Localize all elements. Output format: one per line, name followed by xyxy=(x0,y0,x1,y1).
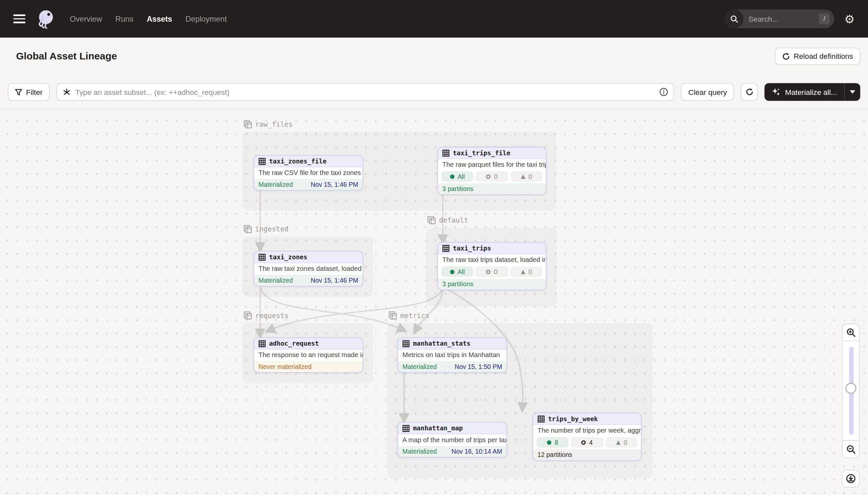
search-placeholder: Search... xyxy=(744,15,819,23)
asset-node-header: trips_by_week xyxy=(533,413,641,425)
zoom-in-button[interactable] xyxy=(842,324,860,341)
asset-node-taxi-zones-file[interactable]: taxi_zones_file The raw CSV file for the… xyxy=(253,155,363,191)
materialize-dropdown-button[interactable] xyxy=(845,83,860,101)
nav-item-assets[interactable]: Assets xyxy=(147,14,172,23)
asset-description: A map of the number of trips per taxi z.… xyxy=(398,434,507,446)
hamburger-menu-icon[interactable] xyxy=(14,14,25,23)
status-label: Materialized xyxy=(259,277,293,284)
asset-group-icon xyxy=(244,120,252,129)
asset-status-bar: 3 partitions xyxy=(438,184,546,195)
download-icon xyxy=(846,474,856,483)
dagster-logo-icon[interactable] xyxy=(35,9,55,29)
asset-status-bar: Materialized Nov 15, 1:50 PM xyxy=(398,361,507,372)
asset-node-taxi-trips-file[interactable]: taxi_trips_file The raw parquet files fo… xyxy=(437,147,546,195)
missing-ring-icon xyxy=(486,270,491,274)
asset-description: The raw taxi trips dataset, loaded into … xyxy=(438,254,546,266)
reload-definitions-button[interactable]: Reload definitions xyxy=(775,48,860,65)
clear-query-button[interactable]: Clear query xyxy=(681,83,734,101)
missing-partitions-badge[interactable]: 4 xyxy=(571,437,603,447)
asset-graph-query-icon xyxy=(63,88,71,96)
search-input[interactable]: Search... / xyxy=(725,10,834,28)
nav-right: Search... / ⚙ xyxy=(725,10,854,28)
dagster-app: Overview Runs Assets Deployment Search..… xyxy=(0,0,868,495)
materialization-timestamp[interactable]: Nov 15, 1:46 PM xyxy=(311,181,358,188)
failed-triangle-icon xyxy=(616,440,621,445)
asset-node-taxi-trips[interactable]: taxi_trips The raw taxi trips dataset, l… xyxy=(437,242,546,290)
failed-partitions-badge[interactable]: 0 xyxy=(510,267,542,277)
failed-partitions-badge[interactable]: 0 xyxy=(606,437,638,447)
search-shortcut-badge: / xyxy=(819,14,830,24)
zoom-slider-handle[interactable] xyxy=(845,383,856,394)
materialized-partitions-badge[interactable]: All xyxy=(441,171,473,182)
table-icon xyxy=(442,149,449,157)
partitions-count: 3 partitions xyxy=(442,281,473,288)
group-label-metrics[interactable]: metrics xyxy=(389,311,429,319)
asset-status-bar: 3 partitions xyxy=(438,279,546,290)
nav-item-overview[interactable]: Overview xyxy=(70,14,102,23)
refresh-button[interactable] xyxy=(741,83,758,101)
materialization-timestamp[interactable]: Nov 15, 1:46 PM xyxy=(311,277,358,284)
status-label: Materialized xyxy=(403,363,437,370)
materialize-all-button[interactable]: Materialize all... xyxy=(765,83,844,101)
missing-partitions-badge[interactable]: 0 xyxy=(476,267,508,277)
asset-node-trips-by-week[interactable]: trips_by_week The number of trips per we… xyxy=(532,413,641,461)
asset-status-bar: 12 partitions xyxy=(533,449,641,461)
table-icon xyxy=(442,244,449,252)
missing-ring-icon xyxy=(486,174,491,179)
asset-node-header: taxi_trips xyxy=(438,243,546,254)
materialization-timestamp[interactable]: Nov 15, 1:50 PM xyxy=(455,363,502,370)
lineage-toolbar: Filter Clear query Material xyxy=(0,75,868,109)
asset-query-input[interactable] xyxy=(75,88,655,96)
asset-node-manhattan-map[interactable]: manhattan_map A map of the number of tri… xyxy=(397,422,507,458)
top-nav: Overview Runs Assets Deployment Search..… xyxy=(0,0,868,38)
asset-node-header: taxi_zones_file xyxy=(254,156,363,167)
nav-item-runs[interactable]: Runs xyxy=(116,14,134,23)
asset-node-header: manhattan_map xyxy=(398,423,507,434)
page-title: Global Asset Lineage xyxy=(16,51,117,62)
download-image-button[interactable] xyxy=(842,470,860,488)
filter-button[interactable]: Filter xyxy=(8,83,50,101)
asset-node-taxi-zones[interactable]: taxi_zones The raw taxi zones dataset, l… xyxy=(253,251,363,286)
group-label-requests[interactable]: requests xyxy=(244,311,289,319)
zoom-controls xyxy=(842,324,860,488)
materialized-partitions-badge[interactable]: All xyxy=(441,267,473,277)
zoom-out-button[interactable] xyxy=(842,441,860,458)
partition-health-badges: All 0 0 xyxy=(438,171,546,184)
zoom-slider xyxy=(842,341,860,441)
asset-description: Metrics on taxi trips in Manhattan xyxy=(398,349,507,361)
materialization-timestamp[interactable]: Nov 16, 10:14 AM xyxy=(451,448,502,455)
zoom-in-icon xyxy=(846,328,855,337)
asset-node-header: manhattan_stats xyxy=(398,338,507,349)
table-icon xyxy=(259,340,266,347)
asset-group-icon xyxy=(389,311,397,319)
missing-partitions-badge[interactable]: 0 xyxy=(476,171,508,182)
nav-item-deployment[interactable]: Deployment xyxy=(185,14,227,23)
asset-description: The raw CSV file for the taxi zones dat.… xyxy=(254,167,363,179)
table-icon xyxy=(403,424,410,432)
failed-partitions-badge[interactable]: 0 xyxy=(510,171,542,182)
group-label-raw-files[interactable]: raw_files xyxy=(244,120,293,129)
gear-icon[interactable]: ⚙ xyxy=(844,13,855,24)
materialized-partitions-badge[interactable]: 8 xyxy=(536,437,568,447)
refresh-icon xyxy=(746,88,754,96)
partitions-count: 3 partitions xyxy=(442,186,473,192)
asset-description: The raw taxi zones dataset, loaded int..… xyxy=(254,263,363,275)
asset-node-manhattan-stats[interactable]: manhattan_stats Metrics on taxi trips in… xyxy=(397,338,507,373)
partition-health-badges: 8 4 0 xyxy=(533,437,641,449)
filter-funnel-icon xyxy=(15,88,22,96)
status-label: Materialized xyxy=(403,448,437,455)
asset-node-adhoc-request[interactable]: adhoc_request The response to an request… xyxy=(253,338,363,373)
group-label-default[interactable]: default xyxy=(427,216,468,224)
group-label-ingested[interactable]: ingested xyxy=(244,225,289,233)
search-icon xyxy=(725,10,743,28)
partition-health-badges: All 0 0 xyxy=(438,266,546,279)
asset-group-icon xyxy=(427,216,436,224)
info-icon[interactable] xyxy=(660,88,669,97)
nav-links: Overview Runs Assets Deployment xyxy=(70,14,227,23)
lineage-canvas[interactable]: raw_files ingested default requests metr… xyxy=(0,109,868,495)
asset-query-input-wrap xyxy=(56,83,674,101)
asset-status-bar: Never materialized xyxy=(254,361,363,372)
asset-description: The number of trips per week, aggreg... xyxy=(533,425,641,436)
materialized-dot-icon xyxy=(547,440,551,445)
sparkle-icon xyxy=(772,88,781,97)
